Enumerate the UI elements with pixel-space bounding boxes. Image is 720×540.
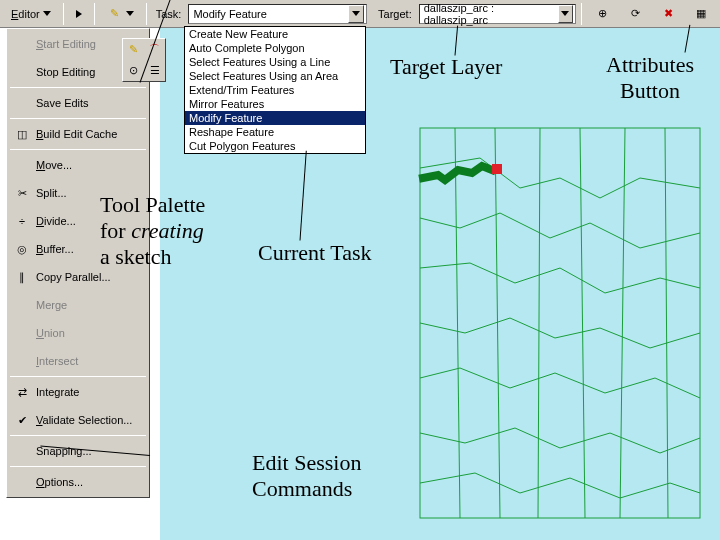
menu-separator bbox=[10, 149, 146, 150]
menu-item-intersect: Intersect bbox=[8, 347, 148, 375]
menu-item-divide[interactable]: ÷Divide... bbox=[8, 207, 148, 235]
task-option[interactable]: Mirror Features bbox=[185, 97, 365, 111]
tool-replace[interactable]: ☰ bbox=[144, 60, 165, 81]
target-select[interactable]: dallaszip_arc : dallaszip_arc bbox=[419, 4, 576, 24]
rotate-icon: ⟳ bbox=[627, 6, 643, 22]
menu-item-label: Start Editing bbox=[36, 38, 96, 50]
blank-icon bbox=[14, 157, 30, 173]
menu-item-validate-selection[interactable]: ✔Validate Selection... bbox=[8, 406, 148, 434]
task-select-value: Modify Feature bbox=[191, 8, 268, 20]
curve-icon: ⌒ bbox=[149, 42, 160, 57]
table-icon: ▦ bbox=[693, 6, 709, 22]
separator bbox=[581, 3, 582, 25]
svg-rect-1 bbox=[492, 164, 502, 174]
noedit-button[interactable]: ✖ bbox=[653, 3, 683, 25]
menu-item-label: Validate Selection... bbox=[36, 414, 132, 426]
pointer-icon bbox=[76, 10, 82, 18]
task-label: Task: bbox=[156, 8, 182, 20]
menu-item-snapping[interactable]: Snapping... bbox=[8, 437, 148, 465]
menu-item-label: Buffer... bbox=[36, 243, 74, 255]
menu-separator bbox=[10, 435, 146, 436]
menu-item-label: Stop Editing bbox=[36, 66, 95, 78]
trace-icon: ⊙ bbox=[129, 64, 138, 77]
blank-icon bbox=[14, 297, 30, 313]
editor-toolbar: Editor ✎ Task: Modify Feature Target: da… bbox=[0, 0, 720, 28]
separator bbox=[94, 3, 95, 25]
cache-icon: ◫ bbox=[14, 126, 30, 142]
attributes-button[interactable]: ▦ bbox=[686, 3, 716, 25]
chevron-down-icon bbox=[43, 11, 51, 16]
menu-separator bbox=[10, 466, 146, 467]
editor-menu-label: Editor bbox=[11, 8, 40, 20]
blank-icon bbox=[14, 353, 30, 369]
target-label: Target: bbox=[378, 8, 412, 20]
task-option[interactable]: Extend/Trim Features bbox=[185, 83, 365, 97]
task-option[interactable]: Auto Complete Polygon bbox=[185, 41, 365, 55]
menu-item-label: Merge bbox=[36, 299, 67, 311]
menu-item-label: Move... bbox=[36, 159, 72, 171]
blank-icon bbox=[14, 64, 30, 80]
pencil-icon: ✎ bbox=[107, 6, 123, 22]
blank-icon bbox=[14, 95, 30, 111]
editor-menu-button[interactable]: Editor bbox=[4, 3, 58, 25]
separator bbox=[146, 3, 147, 25]
target-dropdown-button[interactable] bbox=[558, 5, 573, 23]
blank-icon bbox=[14, 36, 30, 52]
task-option[interactable]: Select Features Using an Area bbox=[185, 69, 365, 83]
tool-palette[interactable]: ✎ ⌒ ⊙ ☰ bbox=[122, 38, 166, 82]
menu-item-save-edits[interactable]: Save Edits bbox=[8, 89, 148, 117]
chevron-down-icon bbox=[352, 11, 360, 16]
menu-item-integrate[interactable]: ⇄Integrate bbox=[8, 378, 148, 406]
svg-rect-0 bbox=[420, 128, 700, 518]
menu-item-label: Integrate bbox=[36, 386, 79, 398]
tool-curve[interactable]: ⌒ bbox=[144, 39, 165, 60]
edit-tool-button[interactable] bbox=[69, 3, 89, 25]
menu-item-label: Save Edits bbox=[36, 97, 89, 109]
menu-separator bbox=[10, 118, 146, 119]
task-option[interactable]: Create New Feature bbox=[185, 27, 365, 41]
separator bbox=[63, 3, 64, 25]
buffer-icon: ◎ bbox=[14, 241, 30, 257]
rotate-button[interactable]: ⟳ bbox=[620, 3, 650, 25]
split-icon: ✂ bbox=[14, 185, 30, 201]
task-option[interactable]: Modify Feature bbox=[185, 111, 365, 125]
menu-item-label: Intersect bbox=[36, 355, 78, 367]
chevron-down-icon bbox=[561, 11, 569, 16]
blank-icon bbox=[14, 474, 30, 490]
menu-item-move[interactable]: Move... bbox=[8, 151, 148, 179]
validate-icon: ✔ bbox=[14, 412, 30, 428]
menu-item-label: Divide... bbox=[36, 215, 76, 227]
blank-icon bbox=[14, 443, 30, 459]
menu-item-copy-parallel[interactable]: ∥Copy Parallel... bbox=[8, 263, 148, 291]
blank-icon bbox=[14, 325, 30, 341]
divide-icon: ÷ bbox=[14, 213, 30, 229]
replace-icon: ☰ bbox=[150, 64, 160, 77]
menu-separator bbox=[10, 87, 146, 88]
noedit-icon: ✖ bbox=[660, 6, 676, 22]
parallel-icon: ∥ bbox=[14, 269, 30, 285]
task-option[interactable]: Select Features Using a Line bbox=[185, 55, 365, 69]
menu-item-label: Build Edit Cache bbox=[36, 128, 117, 140]
crosshair-icon: ⊕ bbox=[594, 6, 610, 22]
tool-trace[interactable]: ⊙ bbox=[123, 60, 144, 81]
task-dropdown-button[interactable] bbox=[348, 5, 364, 23]
editor-dropdown-menu[interactable]: Start EditingStop EditingSave Edits◫Buil… bbox=[6, 28, 150, 498]
task-dropdown-list[interactable]: Create New FeatureAuto Complete PolygonS… bbox=[184, 26, 366, 154]
menu-item-label: Split... bbox=[36, 187, 67, 199]
menu-item-options[interactable]: Options... bbox=[8, 468, 148, 496]
menu-item-merge: Merge bbox=[8, 291, 148, 319]
menu-item-split[interactable]: ✂Split... bbox=[8, 179, 148, 207]
chevron-down-icon bbox=[126, 11, 134, 16]
menu-item-union: Union bbox=[8, 319, 148, 347]
crosshair-button[interactable]: ⊕ bbox=[587, 3, 617, 25]
task-option[interactable]: Reshape Feature bbox=[185, 125, 365, 139]
tool-pencil[interactable]: ✎ bbox=[123, 39, 144, 60]
integrate-icon: ⇄ bbox=[14, 384, 30, 400]
pencil-icon: ✎ bbox=[129, 43, 138, 56]
menu-item-label: Options... bbox=[36, 476, 83, 488]
task-select[interactable]: Modify Feature bbox=[188, 4, 367, 24]
menu-item-buffer[interactable]: ◎Buffer... bbox=[8, 235, 148, 263]
sketch-tool-button[interactable]: ✎ bbox=[100, 3, 141, 25]
menu-item-build-edit-cache[interactable]: ◫Build Edit Cache bbox=[8, 120, 148, 148]
task-option[interactable]: Cut Polygon Features bbox=[185, 139, 365, 153]
